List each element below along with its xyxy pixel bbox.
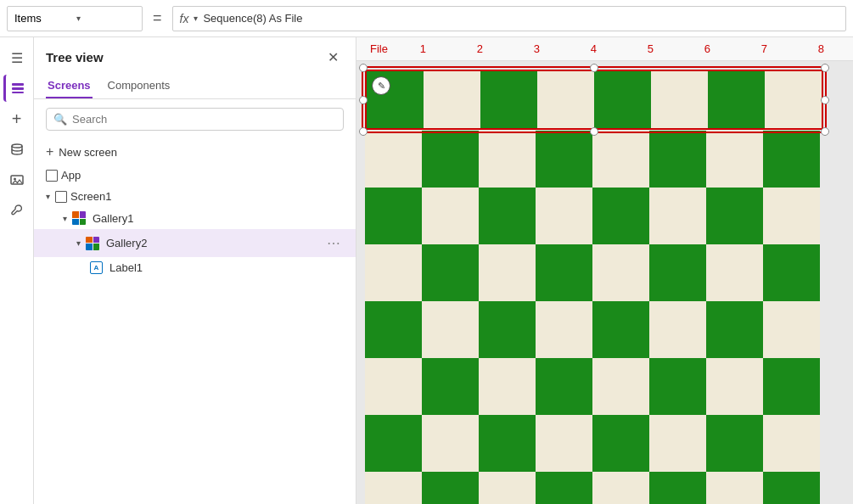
tree-item-gallery1[interactable]: ▾ Gallery1 xyxy=(34,207,356,229)
media-icon-btn[interactable] xyxy=(3,166,31,193)
tree-item-label1[interactable]: A Label1 xyxy=(34,257,356,278)
new-screen-label: New screen xyxy=(59,146,117,159)
gallery-cell-1[interactable]: ✎ xyxy=(367,71,424,128)
fx-chevron-icon: ▾ xyxy=(194,14,198,23)
gallery-cell-2[interactable] xyxy=(424,71,480,128)
checker-cell xyxy=(763,415,820,472)
hamburger-icon-btn[interactable]: ☰ xyxy=(3,44,31,71)
fx-label: fx xyxy=(180,12,189,25)
checker-cell xyxy=(649,472,706,504)
formula-text: Sequence(8) As File xyxy=(203,12,302,25)
tab-components[interactable]: Components xyxy=(106,74,172,98)
checker-cell xyxy=(592,415,649,472)
gallery-cell-7[interactable] xyxy=(708,71,765,128)
checker-cell xyxy=(365,188,422,244)
ruler-row: File 1 2 3 4 5 6 7 8 xyxy=(356,37,853,61)
tree-item-gallery2[interactable]: ▾ Gallery2 ⋯ xyxy=(34,229,356,257)
tree-header: Tree view ✕ xyxy=(34,37,356,74)
search-icon: 🔍 xyxy=(53,113,67,126)
new-screen-button[interactable]: + New screen xyxy=(34,139,356,165)
tree-items: App ▾ Screen1 ▾ Gallery1 ▾ xyxy=(34,165,356,504)
checker-cell xyxy=(706,472,763,504)
dropdown-label: Items xyxy=(14,12,73,25)
sidebar-icons: ☰ + xyxy=(0,37,34,504)
ruler-numbers: 1 2 3 4 5 6 7 8 xyxy=(395,42,850,55)
gallery-cell-6[interactable] xyxy=(651,71,708,128)
tab-screens[interactable]: Screens xyxy=(46,74,93,98)
search-box: 🔍 xyxy=(46,108,344,131)
checker-cell xyxy=(365,244,422,301)
file-menu[interactable]: File xyxy=(356,42,395,55)
checker-cell xyxy=(536,188,592,244)
screen1-label: Screen1 xyxy=(70,190,344,203)
checker-cell xyxy=(479,415,536,472)
checker-cell xyxy=(479,472,536,504)
checker-cell xyxy=(649,244,706,301)
checker-cell xyxy=(763,188,820,244)
svg-point-5 xyxy=(14,178,16,181)
canvas-area[interactable]: File 1 2 3 4 5 6 7 8 ✎ xyxy=(356,37,853,504)
app-label: App xyxy=(61,169,344,182)
col-7: 7 xyxy=(736,42,793,55)
tree-panel: Tree view ✕ Screens Components 🔍 + New s… xyxy=(34,37,356,504)
checker-cell xyxy=(592,244,649,301)
checker-cell xyxy=(763,358,820,415)
checker-cell xyxy=(365,301,422,358)
top-bar: Items ▾ = fx ▾ Sequence(8) As File xyxy=(0,0,853,37)
checker-cell xyxy=(479,244,536,301)
database-icon-btn[interactable] xyxy=(3,136,31,163)
gallery-cell-3[interactable] xyxy=(480,71,537,128)
gallery-strip[interactable]: ✎ xyxy=(365,70,823,130)
tree-item-app[interactable]: App xyxy=(34,165,356,186)
gallery2-chevron: ▾ xyxy=(76,238,81,248)
gallery-cell-4[interactable] xyxy=(537,71,594,128)
svg-rect-1 xyxy=(12,87,24,90)
layers-icon-btn[interactable] xyxy=(3,75,31,102)
checker-cell xyxy=(536,472,592,504)
checker-cell xyxy=(706,244,763,301)
dropdown-arrow-icon: ▾ xyxy=(76,14,135,23)
plus-icon: + xyxy=(46,144,53,160)
checker-cell xyxy=(422,244,479,301)
checker-cell xyxy=(479,131,536,188)
search-input[interactable] xyxy=(72,113,336,126)
checker-cell xyxy=(422,188,479,244)
items-dropdown[interactable]: Items ▾ xyxy=(7,6,143,31)
checkerboard-container: ✎ xyxy=(356,61,853,504)
checker-cell xyxy=(536,301,592,358)
add-icon-btn[interactable]: + xyxy=(3,105,31,132)
label1-label: Label1 xyxy=(109,261,344,274)
wrench-icon-btn[interactable] xyxy=(3,197,31,224)
checker-cell xyxy=(422,301,479,358)
checker-cell xyxy=(649,188,706,244)
checker-cell xyxy=(763,301,820,358)
formula-bar[interactable]: fx ▾ Sequence(8) As File xyxy=(172,6,846,31)
checker-cell xyxy=(763,131,820,188)
tree-title: Tree view xyxy=(46,50,104,64)
checker-cell xyxy=(706,415,763,472)
checker-cell xyxy=(706,358,763,415)
gallery-cell-5[interactable] xyxy=(594,71,651,128)
close-button[interactable]: ✕ xyxy=(323,48,344,67)
svg-point-3 xyxy=(12,144,22,148)
gallery2-more-button[interactable]: ⋯ xyxy=(323,233,344,253)
checker-grid xyxy=(365,131,823,504)
main-area: ☰ + xyxy=(0,37,853,504)
checker-cell xyxy=(763,244,820,301)
checker-cell xyxy=(592,301,649,358)
checker-cell xyxy=(365,131,422,188)
col-8: 8 xyxy=(793,42,850,55)
edit-icon[interactable]: ✎ xyxy=(372,76,390,95)
col-2: 2 xyxy=(452,42,508,55)
gallery1-icon xyxy=(72,211,86,225)
checker-cell xyxy=(479,358,536,415)
tree-item-screen1[interactable]: ▾ Screen1 xyxy=(34,186,356,207)
svg-rect-2 xyxy=(12,92,24,93)
checker-cell xyxy=(592,131,649,188)
gallery-cell-8[interactable] xyxy=(765,71,822,128)
checker-cell xyxy=(649,301,706,358)
checker-cell xyxy=(365,415,422,472)
checker-cell xyxy=(592,188,649,244)
svg-rect-0 xyxy=(12,83,24,86)
equals-sign: = xyxy=(149,9,166,27)
